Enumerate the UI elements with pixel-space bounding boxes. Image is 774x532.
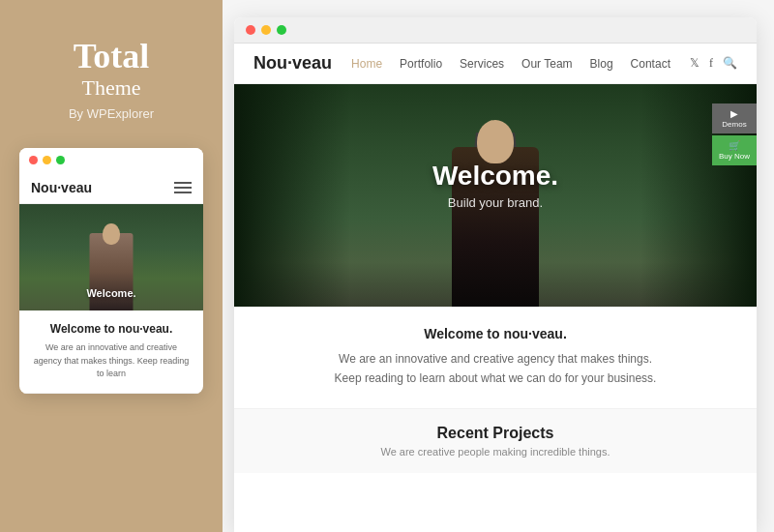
nav-link-contact[interactable]: Contact	[631, 57, 670, 71]
nav-link-portfolio[interactable]: Portfolio	[400, 57, 442, 71]
search-icon[interactable]: 🔍	[723, 56, 737, 71]
browser-nav: Nou·veau Home Portfolio Services Our Tea…	[234, 44, 757, 84]
projects-subtext: We are creative people making incredible…	[253, 446, 737, 458]
browser-dot-red	[246, 25, 255, 35]
dot-yellow	[43, 156, 51, 164]
mobile-hero-figure	[90, 233, 134, 310]
mobile-hero-text: Welcome.	[19, 287, 203, 299]
content-line-1: We are an innovative and creative agency…	[253, 349, 737, 369]
dot-green	[56, 156, 65, 164]
mobile-logo: Nou·veau	[31, 180, 92, 195]
browser-window: Nou·veau Home Portfolio Services Our Tea…	[234, 17, 757, 532]
demos-icon: ▶	[719, 108, 750, 119]
right-panel: Nou·veau Home Portfolio Services Our Tea…	[223, 0, 774, 532]
nav-link-services[interactable]: Services	[460, 57, 504, 71]
mobile-preview-card: Nou·veau Welcome. Welcome to nou·veau. W…	[19, 148, 203, 394]
buy-now-button[interactable]: 🛒 Buy Now	[712, 135, 757, 165]
buy-label: Buy Now	[719, 152, 750, 161]
browser-logo: Nou·veau	[253, 53, 332, 74]
demos-label: Demos	[722, 120, 746, 129]
hero-text-block: Welcome. Build your brand.	[432, 160, 558, 209]
nav-link-blog[interactable]: Blog	[590, 57, 613, 71]
facebook-icon[interactable]: f	[709, 56, 713, 71]
float-buttons: ▶ Demos 🛒 Buy Now	[712, 103, 757, 165]
product-subtitle: Theme	[81, 75, 140, 101]
product-byline: By WPExplorer	[69, 106, 154, 121]
hamburger-line-1	[174, 182, 192, 184]
nav-icons: 𝕏 f 🔍	[690, 56, 737, 71]
demos-button[interactable]: ▶ Demos	[712, 103, 757, 133]
mobile-card-heading: Welcome to nou·veau.	[33, 322, 190, 336]
hero-figure-head	[477, 120, 514, 163]
left-panel: Total Theme By WPExplorer Nou·veau Welco…	[0, 0, 223, 532]
content-line-2: Keep reading to learn about what we can …	[253, 369, 737, 388]
projects-heading: Recent Projects	[253, 425, 737, 442]
twitter-icon[interactable]: 𝕏	[690, 56, 700, 71]
hero-trees-left	[234, 84, 350, 307]
hamburger-line-3	[174, 192, 192, 193]
product-title: Total	[74, 39, 150, 74]
browser-dot-yellow	[261, 25, 271, 35]
mobile-card-text: We are an innovative and creative agency…	[33, 341, 190, 381]
mobile-card-body: Welcome to nou·veau. We are an innovativ…	[19, 310, 203, 394]
mobile-titlebar	[19, 148, 203, 172]
content-heading: Welcome to nou·veau.	[253, 326, 737, 341]
browser-dot-green	[277, 25, 286, 35]
nav-link-our-team[interactable]: Our Team	[521, 57, 572, 71]
browser-projects: Recent Projects We are creative people m…	[234, 409, 757, 473]
hero-welcome-text: Welcome.	[432, 160, 558, 191]
hamburger-line-2	[174, 187, 192, 189]
nav-links: Home Portfolio Services Our Team Blog Co…	[351, 57, 670, 71]
hamburger-icon[interactable]	[174, 182, 192, 193]
hero-tagline-text: Build your brand.	[432, 194, 558, 209]
dot-red	[29, 156, 38, 164]
nav-link-home[interactable]: Home	[351, 57, 382, 71]
mobile-hero: Welcome.	[19, 204, 203, 310]
browser-titlebar	[234, 17, 757, 44]
browser-hero: Welcome. Build your brand. ▶ Demos 🛒 Buy…	[234, 84, 757, 307]
mobile-nav: Nou·veau	[19, 172, 203, 204]
browser-content: Welcome to nou·veau. We are an innovativ…	[234, 307, 757, 409]
cart-icon: 🛒	[719, 140, 750, 151]
mobile-hero-head	[103, 223, 120, 245]
